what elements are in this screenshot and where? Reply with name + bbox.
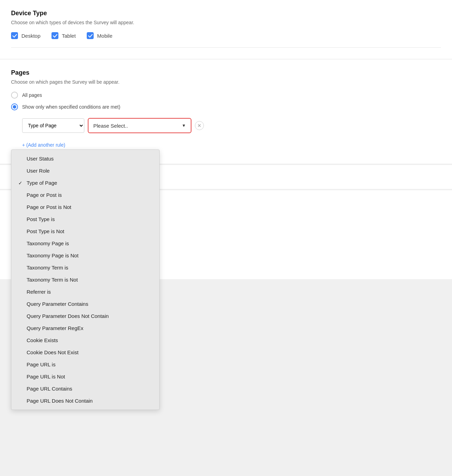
dropdown-item-taxonomy-term-is-not[interactable]: Taxonomy Term is Not — [11, 274, 159, 286]
dropdown-item-page-url-contains[interactable]: Page URL Contains — [11, 383, 159, 395]
device-checkboxes: Desktop Tablet Mobile — [11, 32, 441, 39]
device-type-title: Device Type — [11, 10, 441, 17]
desktop-checkbox-item[interactable]: Desktop — [11, 32, 40, 39]
dropdown-item-type-of-page[interactable]: ✓ Type of Page — [11, 177, 159, 189]
pages-radio-group: All pages Show only when specified condi… — [11, 92, 441, 148]
dropdown-label-user-status: User Status — [27, 156, 54, 162]
dropdown-label-page-or-post-is: Page or Post is — [27, 192, 62, 198]
close-icon: ✕ — [197, 123, 201, 128]
dropdown-label-taxonomy-term-is-not: Taxonomy Term is Not — [27, 277, 78, 283]
dropdown-item-post-type-is[interactable]: Post Type is — [11, 213, 159, 225]
condition-type-select[interactable]: Type of Page User Status User Role Page … — [22, 118, 84, 133]
radio-label-all: All pages — [22, 92, 42, 98]
tablet-label: Tablet — [62, 33, 76, 39]
dropdown-label-user-role: User Role — [27, 168, 50, 174]
dropdown-item-cookie-exists[interactable]: Cookie Exists — [11, 334, 159, 346]
dropdown-item-taxonomy-page-is[interactable]: Taxonomy Page is — [11, 237, 159, 249]
please-select-label: Please Select.. — [93, 123, 128, 129]
dropdown-label-taxonomy-term-is: Taxonomy Term is — [27, 265, 68, 271]
dropdown-item-user-role[interactable]: User Role — [11, 165, 159, 177]
add-rule-link[interactable]: + (Add another rule) — [22, 142, 65, 148]
dropdown-item-query-param-regex[interactable]: Query Parameter RegEx — [11, 322, 159, 334]
tablet-checkbox[interactable] — [51, 32, 58, 39]
dropdown-label-cookie-does-not-exist: Cookie Does Not Exist — [27, 349, 78, 355]
dropdown-label-taxonomy-page-is: Taxonomy Page is — [27, 240, 69, 246]
tablet-checkbox-item[interactable]: Tablet — [51, 32, 76, 39]
dropdown-label-post-type-is-not: Post Type is Not — [27, 228, 64, 234]
divider — [11, 47, 441, 48]
pages-title: Pages — [11, 69, 441, 76]
condition-type-dropdown-overlay[interactable]: User Status User Role ✓ Type of Page Pag… — [11, 149, 160, 410]
dropdown-arrow-icon: ▼ — [182, 123, 186, 128]
checkmark-type-of-page: ✓ — [18, 180, 24, 186]
radio-label-conditions: Show only when specified conditions are … — [22, 104, 120, 110]
dropdown-item-page-or-post-is-not[interactable]: Page or Post is Not — [11, 201, 159, 213]
dropdown-item-page-or-post-is[interactable]: Page or Post is — [11, 189, 159, 201]
dropdown-label-query-param-does-not-contain: Query Parameter Does Not Contain — [27, 313, 109, 319]
device-type-section: Device Type Choose on which types of dev… — [0, 0, 452, 59]
dropdown-label-query-param-contains: Query Parameter Contains — [27, 301, 88, 307]
conditions-row: Type of Page User Status User Role Page … — [22, 118, 204, 133]
page-container: Device Type Choose on which types of dev… — [0, 0, 452, 476]
dropdown-label-taxonomy-page-is-not: Taxonomy Page is Not — [27, 253, 78, 258]
device-type-description: Choose on which types of devices the Sur… — [11, 20, 441, 25]
dropdown-item-cookie-does-not-exist[interactable]: Cookie Does Not Exist — [11, 346, 159, 358]
dropdown-label-cookie-exists: Cookie Exists — [27, 337, 58, 343]
dropdown-item-page-url-does-not-contain[interactable]: Page URL Does Not Contain — [11, 395, 159, 407]
mobile-checkbox[interactable] — [87, 32, 94, 39]
dropdown-label-page-url-is-not: Page URL is Not — [27, 374, 65, 379]
close-condition-button[interactable]: ✕ — [195, 121, 204, 130]
desktop-label: Desktop — [21, 33, 40, 39]
desktop-checkbox[interactable] — [11, 32, 18, 39]
radio-conditions[interactable]: Show only when specified conditions are … — [11, 103, 441, 148]
please-select-dropdown[interactable]: Please Select.. ▼ — [88, 118, 191, 133]
pages-description: Choose on which pages the Survey will be… — [11, 79, 441, 85]
dropdown-item-referrer-is[interactable]: Referrer is — [11, 286, 159, 298]
dropdown-label-type-of-page: Type of Page — [27, 180, 57, 186]
dropdown-label-referrer-is: Referrer is — [27, 289, 51, 295]
dropdown-label-page-or-post-is-not: Page or Post is Not — [27, 204, 71, 210]
dropdown-label-page-url-contains: Page URL Contains — [27, 386, 72, 392]
dropdown-item-post-type-is-not[interactable]: Post Type is Not — [11, 225, 159, 237]
dropdown-item-page-url-is[interactable]: Page URL is — [11, 358, 159, 370]
dropdown-item-page-url-is-not[interactable]: Page URL is Not — [11, 370, 159, 383]
dropdown-label-page-url-does-not-contain: Page URL Does Not Contain — [27, 398, 93, 404]
radio-circle-all[interactable] — [11, 92, 18, 99]
dropdown-label-post-type-is: Post Type is — [27, 216, 55, 222]
dropdown-item-query-param-does-not-contain[interactable]: Query Parameter Does Not Contain — [11, 310, 159, 322]
mobile-label: Mobile — [97, 33, 112, 39]
pages-section: Pages Choose on which pages the Survey w… — [0, 60, 452, 164]
dropdown-label-query-param-regex: Query Parameter RegEx — [27, 325, 83, 331]
dropdown-item-taxonomy-page-is-not[interactable]: Taxonomy Page is Not — [11, 249, 159, 262]
dropdown-item-user-status[interactable]: User Status — [11, 153, 159, 165]
mobile-checkbox-item[interactable]: Mobile — [87, 32, 112, 39]
dropdown-item-query-param-contains[interactable]: Query Parameter Contains — [11, 298, 159, 310]
radio-all-pages[interactable]: All pages — [11, 92, 441, 99]
dropdown-label-page-url-is: Page URL is — [27, 361, 56, 367]
dropdown-item-taxonomy-term-is[interactable]: Taxonomy Term is — [11, 262, 159, 274]
radio-circle-conditions[interactable] — [11, 103, 18, 110]
